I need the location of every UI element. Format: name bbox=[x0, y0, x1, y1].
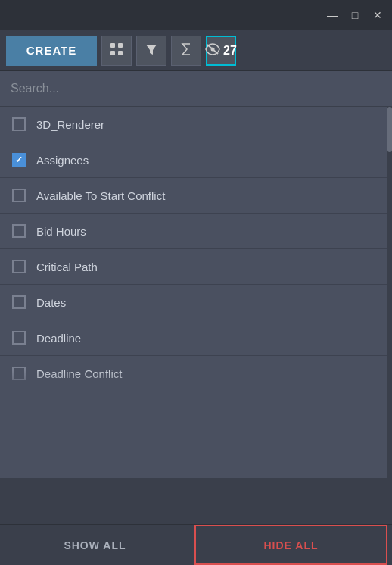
show-all-button[interactable]: SHOW ALL bbox=[0, 525, 190, 565]
item-label-dates: Dates bbox=[36, 296, 66, 309]
search-input[interactable] bbox=[9, 79, 383, 98]
item-label-deadline-conflict: Deadline Conflict bbox=[36, 367, 122, 380]
maximize-button[interactable]: □ bbox=[348, 8, 362, 22]
svg-rect-2 bbox=[110, 51, 115, 55]
list-item[interactable]: 3D_Renderer bbox=[0, 107, 392, 142]
grid-view-button[interactable] bbox=[101, 36, 132, 66]
checkbox-3d-renderer[interactable] bbox=[12, 117, 26, 131]
item-label-critical-path: Critical Path bbox=[36, 261, 98, 273]
column-list-wrapper: 3D_RendererAssigneesAvailable To Start C… bbox=[0, 107, 392, 478]
checkbox-assignees[interactable] bbox=[12, 153, 26, 167]
column-picker-panel: 3D_RendererAssigneesAvailable To Start C… bbox=[0, 71, 392, 478]
grid-icon bbox=[110, 42, 123, 59]
scrollbar-track[interactable] bbox=[387, 107, 392, 478]
item-label-available-to-start: Available To Start Conflict bbox=[36, 189, 165, 202]
list-item[interactable]: Available To Start Conflict bbox=[0, 178, 392, 214]
item-label-deadline: Deadline bbox=[36, 332, 81, 345]
search-container bbox=[0, 71, 392, 107]
item-label-bid-hours: Bid Hours bbox=[36, 225, 86, 238]
bottom-bar: SHOW ALL HIDE ALL bbox=[0, 524, 392, 565]
eye-slash-icon bbox=[205, 43, 220, 58]
minimize-button[interactable]: — bbox=[325, 8, 339, 22]
hidden-columns-button[interactable]: 27 bbox=[206, 36, 236, 66]
svg-rect-3 bbox=[118, 51, 123, 55]
checkbox-available-to-start[interactable] bbox=[12, 189, 26, 202]
checkbox-deadline[interactable] bbox=[12, 331, 26, 345]
hide-all-button[interactable]: HIDE ALL bbox=[194, 525, 387, 565]
column-checklist: 3D_RendererAssigneesAvailable To Start C… bbox=[0, 107, 392, 391]
filter-button[interactable] bbox=[136, 36, 166, 66]
list-item[interactable]: Deadline bbox=[0, 320, 392, 356]
list-item[interactable]: Critical Path bbox=[0, 249, 392, 285]
filter-icon bbox=[145, 42, 158, 59]
svg-marker-4 bbox=[146, 45, 157, 55]
sum-icon bbox=[179, 42, 193, 59]
checkbox-bid-hours[interactable] bbox=[12, 224, 26, 238]
checkbox-dates[interactable] bbox=[12, 295, 26, 309]
svg-line-6 bbox=[207, 45, 218, 54]
scrollbar-thumb[interactable] bbox=[387, 107, 392, 152]
hidden-count: 27 bbox=[223, 44, 237, 58]
list-item[interactable]: Assignees bbox=[0, 142, 392, 178]
create-button[interactable]: CREATE bbox=[6, 36, 97, 66]
close-button[interactable]: ✕ bbox=[371, 8, 384, 22]
sum-button[interactable] bbox=[171, 36, 201, 66]
list-item[interactable]: Deadline Conflict bbox=[0, 356, 392, 391]
toolbar: CREATE bbox=[0, 30, 392, 71]
svg-rect-0 bbox=[110, 43, 115, 48]
list-item[interactable]: Dates bbox=[0, 285, 392, 320]
checkbox-deadline-conflict[interactable] bbox=[12, 367, 26, 380]
item-label-3d-renderer: 3D_Renderer bbox=[36, 118, 104, 131]
checkbox-critical-path[interactable] bbox=[12, 260, 26, 273]
list-item[interactable]: Bid Hours bbox=[0, 214, 392, 249]
svg-rect-1 bbox=[118, 43, 123, 48]
title-bar: — □ ✕ bbox=[0, 0, 392, 30]
item-label-assignees: Assignees bbox=[36, 154, 89, 167]
